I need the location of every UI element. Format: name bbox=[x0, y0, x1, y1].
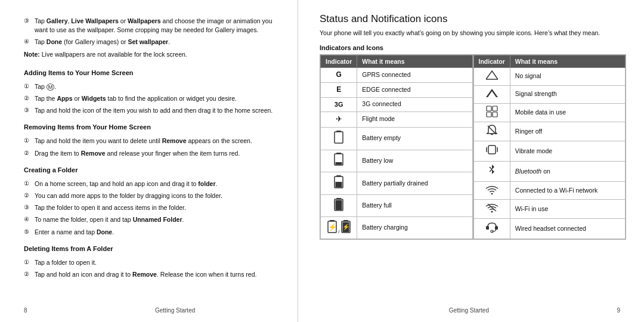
table-row: Signal strength bbox=[473, 85, 626, 103]
text-battery-low: Battery low bbox=[357, 150, 472, 172]
svg-rect-22 bbox=[493, 106, 497, 111]
icon-battery-charging: ⚡ / ⚡ bbox=[321, 217, 357, 239]
svg-point-31 bbox=[491, 193, 493, 195]
text-battery-partial: Battery partially drained bbox=[357, 172, 472, 195]
svg-rect-4 bbox=[336, 162, 342, 165]
section-deleting-items: Deleting Items from A Folder bbox=[24, 244, 278, 254]
table-row: ✈ Flight mode bbox=[321, 112, 473, 128]
svg-point-32 bbox=[491, 210, 493, 212]
text-ringer-off: Ringer off bbox=[510, 122, 625, 141]
icon-battery-low bbox=[321, 150, 357, 172]
text-mobile-data: Mobile data in use bbox=[510, 103, 625, 122]
text-wired-headset: Wired headset connected bbox=[510, 218, 625, 239]
intro-paragraph: Your phone will tell you exactly what’s … bbox=[320, 29, 612, 38]
icon-3g: 3G bbox=[321, 97, 357, 112]
svg-rect-1 bbox=[335, 132, 343, 143]
left-header-meaning: What it means bbox=[357, 55, 472, 67]
table-row: Wired headset connected bbox=[473, 218, 626, 239]
svg-rect-33 bbox=[486, 226, 489, 230]
table-row: 3G 3G connected bbox=[321, 97, 473, 112]
page-spread: ③ Tap Gallery, Live Wallpapers or Wallpa… bbox=[0, 0, 644, 322]
right-page: Status and Notification icons Your phone… bbox=[298, 0, 644, 322]
page-title: Status and Notification icons bbox=[320, 13, 626, 25]
section-creating-folder: Creating a Folder bbox=[24, 166, 278, 175]
icon-vibrate bbox=[473, 141, 510, 162]
indicators-table: Indicator What it means G GPRS connected… bbox=[320, 54, 626, 240]
remove-step-1: ① Tap and hold the item you want to dele… bbox=[24, 137, 278, 145]
right-header-meaning: What it means bbox=[510, 55, 625, 67]
table-row: G GPRS connected bbox=[321, 67, 473, 82]
table-row: E EDGE connected bbox=[321, 82, 473, 97]
text-wifi-connected: Connected to a Wi-Fi network bbox=[510, 182, 625, 200]
svg-rect-7 bbox=[336, 182, 342, 187]
text-wifi-in-use: Wi-Fi in use bbox=[510, 199, 625, 218]
icon-wired-headset bbox=[473, 218, 510, 239]
intro-item-4: ④ Tap Done (for Gallery images) or Set w… bbox=[24, 38, 278, 47]
right-footer-text: Getting Started bbox=[449, 307, 489, 314]
intro-item-3: ③ Tap Gallery, Live Wallpapers or Wallpa… bbox=[24, 17, 278, 35]
icon-ringer-off bbox=[473, 122, 510, 141]
table-row: Battery full bbox=[321, 194, 473, 217]
right-page-number: 9 bbox=[617, 307, 620, 314]
folder-step-4: ④ To name the folder, open it and tap Un… bbox=[24, 215, 278, 224]
icon-flight: ✈ bbox=[321, 112, 357, 128]
icon-battery-full bbox=[321, 194, 357, 217]
svg-rect-23 bbox=[487, 112, 491, 117]
svg-line-29 bbox=[490, 167, 492, 169]
folder-step-2: ② You can add more apps to the folder by… bbox=[24, 191, 278, 200]
folder-step-3: ③ Tap the folder to open it and access i… bbox=[24, 203, 278, 212]
icon-bluetooth bbox=[473, 162, 510, 182]
text-battery-empty: Battery empty bbox=[357, 128, 472, 150]
icon-battery-partial bbox=[321, 172, 357, 195]
svg-rect-10 bbox=[336, 200, 342, 210]
table-row: Mobile data in use bbox=[473, 103, 626, 122]
svg-text:⚡: ⚡ bbox=[342, 223, 350, 231]
svg-rect-26 bbox=[488, 145, 496, 154]
svg-marker-18 bbox=[486, 71, 498, 79]
svg-rect-24 bbox=[493, 112, 497, 117]
table-row: ⚡ / ⚡ Battery charging bbox=[321, 217, 473, 239]
indicators-label: Indicators and Icons bbox=[320, 44, 626, 51]
delete-step-1: ① Tap a folder to open it. bbox=[24, 258, 278, 267]
icon-mobile-data bbox=[473, 103, 510, 122]
icon-battery-empty bbox=[321, 128, 357, 150]
text-gprs: GPRS connected bbox=[357, 67, 472, 82]
right-indicators-table: Indicator What it means No signal bbox=[473, 55, 626, 239]
text-vibrate: Vibrate mode bbox=[510, 141, 625, 162]
left-footer-text: Getting Started bbox=[155, 307, 195, 314]
add-step-3: ③ Tap and hold the icon of the item you … bbox=[24, 106, 278, 115]
svg-rect-21 bbox=[487, 106, 491, 111]
right-header-indicator: Indicator bbox=[473, 55, 510, 67]
add-step-1: ① Tap M. bbox=[24, 82, 278, 91]
text-bluetooth: Bluetooth on bbox=[510, 162, 625, 182]
delete-step-2: ② Tap and hold an icon and drag it to Re… bbox=[24, 270, 278, 279]
table-row: Ringer off bbox=[473, 122, 626, 141]
table-row: Vibrate mode bbox=[473, 141, 626, 162]
folder-step-5: ⑤ Enter a name and tap Done. bbox=[24, 228, 278, 237]
svg-text:⚡: ⚡ bbox=[327, 222, 336, 231]
table-row: Battery low bbox=[321, 150, 473, 172]
table-row: Battery partially drained bbox=[321, 172, 473, 195]
icon-no-signal bbox=[473, 67, 510, 85]
table-row: Bluetooth on bbox=[473, 162, 626, 182]
table-row: Wi-Fi in use bbox=[473, 199, 626, 218]
icon-wifi-in-use bbox=[473, 199, 510, 218]
svg-line-30 bbox=[490, 169, 492, 172]
add-step-2: ② Tap the Apps or Widgets tab to find th… bbox=[24, 94, 278, 103]
icon-signal-strength bbox=[473, 85, 510, 103]
icon-gprs: G bbox=[321, 67, 357, 82]
left-page: ③ Tap Gallery, Live Wallpapers or Wallpa… bbox=[0, 0, 298, 322]
left-header-indicator: Indicator bbox=[321, 55, 357, 67]
table-row: Battery empty bbox=[321, 128, 473, 150]
text-signal-strength: Signal strength bbox=[510, 85, 625, 103]
text-no-signal: No signal bbox=[510, 67, 625, 85]
table-row: No signal bbox=[473, 67, 626, 85]
text-battery-full: Battery full bbox=[357, 194, 472, 217]
folder-step-1: ① On a home screen, tap and hold an app … bbox=[24, 179, 278, 188]
note-live-wallpapers: Note: Live wallpapers are not available … bbox=[24, 50, 278, 59]
remove-step-2: ② Drag the item to Remove and release yo… bbox=[24, 149, 278, 158]
text-edge: EDGE connected bbox=[357, 82, 472, 97]
text-battery-charging: Battery charging bbox=[357, 217, 472, 239]
icon-wifi-connected bbox=[473, 182, 510, 200]
section-removing-items: Removing Items from Your Home Screen bbox=[24, 123, 278, 132]
